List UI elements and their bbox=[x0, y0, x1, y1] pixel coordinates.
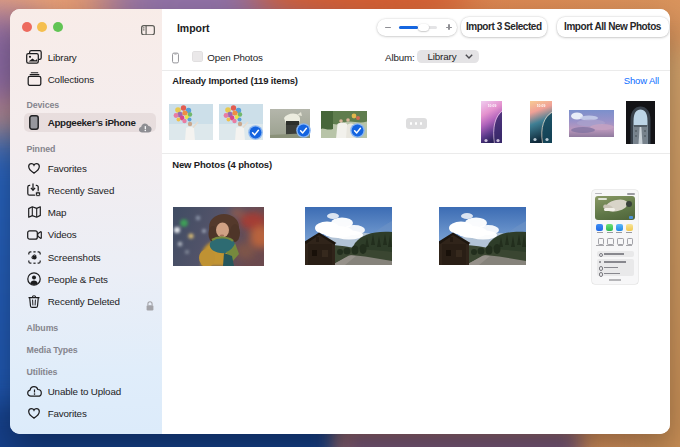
svg-text:10:09: 10:09 bbox=[537, 104, 546, 108]
svg-text:10:09: 10:09 bbox=[487, 103, 496, 107]
